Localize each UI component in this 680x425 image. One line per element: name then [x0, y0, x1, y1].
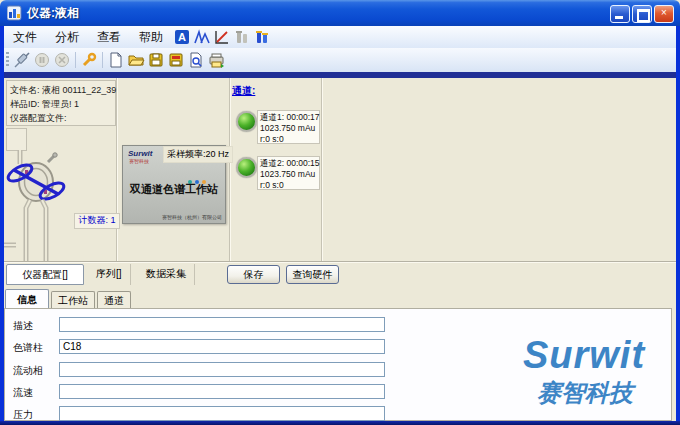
- device-brand-logo: Surwit: [128, 150, 152, 158]
- column-divider: [321, 78, 322, 261]
- sample-rate-label: 采样频率:20 Hz: [163, 146, 233, 163]
- status-area: 文件名: 液相 00111_22_39 样品ID: 管理员! 1 仪器配置文件:: [4, 78, 676, 308]
- channel-1-status: r:0 s:0: [260, 134, 319, 145]
- open-folder-icon[interactable]: [127, 52, 145, 69]
- app-window: 仪器:液相 × 文件 分析 查看 帮助 A: [0, 0, 680, 425]
- surwit-logo-cn: 赛智科技: [515, 379, 655, 407]
- tab-data-acquisition[interactable]: 数据采集: [138, 264, 195, 285]
- autoscale-icon[interactable]: A: [173, 29, 191, 46]
- window-border-bottom: [0, 421, 680, 425]
- tab-channel[interactable]: 通道: [97, 291, 131, 309]
- channels-header[interactable]: 通道:: [232, 84, 255, 98]
- channel-2-signal: 1023.750 mAu: [260, 169, 319, 180]
- surwit-logo: Surwit: [499, 335, 669, 375]
- channel-2-time: 通道2: 00:00:15: [260, 158, 319, 169]
- save-button[interactable]: 保存: [227, 265, 280, 284]
- tab-info[interactable]: 信息: [5, 289, 49, 309]
- section-divider: [4, 261, 676, 262]
- channel-2-status: r:0 s:0: [260, 180, 319, 191]
- pressure-label: 压力: [13, 408, 33, 422]
- main-toolbar: [4, 48, 676, 73]
- mobile-phase-label: 流动相: [13, 364, 43, 378]
- calibration-curve-icon[interactable]: [213, 29, 231, 46]
- tab-instrument-config[interactable]: 仪器配置[]: [6, 264, 84, 285]
- mobile-phase-input[interactable]: [59, 362, 385, 377]
- peaks-icon[interactable]: [193, 29, 211, 46]
- device-brand-cn: 赛智科技: [129, 159, 149, 164]
- description-input[interactable]: [59, 317, 385, 332]
- window-border-right: [676, 26, 680, 421]
- close-button[interactable]: ×: [654, 5, 674, 23]
- menu-item-analysis[interactable]: 分析: [46, 27, 88, 48]
- pause-disabled-icon: [33, 52, 51, 69]
- channel-1-info: 通道1: 00:00:17 1023.750 mAu r:0 s:0: [257, 110, 320, 144]
- flow-rate-input[interactable]: [59, 384, 385, 399]
- channel-1-led-icon: [236, 111, 257, 132]
- description-label: 描述: [13, 319, 33, 333]
- toolbar-separator: [102, 52, 103, 68]
- channel-1-time: 通道1: 00:00:17: [260, 112, 319, 123]
- print-preview-icon[interactable]: [187, 52, 205, 69]
- save-icon[interactable]: [147, 52, 165, 69]
- column-divider: [229, 78, 230, 261]
- flow-path-schematic: [4, 78, 116, 261]
- column-icon[interactable]: [253, 29, 271, 46]
- column-disabled-icon: [233, 29, 251, 46]
- column-label: 色谱柱: [13, 341, 43, 355]
- info-form-panel: 描述 色谱柱 流动相 流速 压力 Surwit 赛智科技: [4, 308, 672, 421]
- title-bar: 仪器:液相 ×: [0, 0, 680, 26]
- flow-rate-label: 流速: [13, 386, 33, 400]
- window-title: 仪器:液相: [27, 5, 79, 22]
- channel-2-led-icon: [236, 157, 257, 178]
- new-file-icon[interactable]: [107, 52, 125, 69]
- pressure-input[interactable]: [59, 406, 385, 421]
- print-icon[interactable]: [207, 52, 225, 69]
- query-hardware-button[interactable]: 查询硬件: [286, 265, 339, 284]
- minimize-button[interactable]: [610, 5, 630, 23]
- menu-item-file[interactable]: 文件: [4, 27, 46, 48]
- save-all-icon[interactable]: [167, 52, 185, 69]
- toolbar-separator: [75, 52, 76, 68]
- column-input[interactable]: [59, 339, 385, 354]
- tab-workstation[interactable]: 工作站: [51, 291, 95, 309]
- tab-sequence[interactable]: 序列[]: [88, 264, 131, 285]
- window-border-left: [0, 26, 4, 421]
- inject-icon[interactable]: [13, 52, 31, 69]
- toolbar-grip: [6, 52, 9, 68]
- column-divider: [116, 78, 117, 261]
- menu-item-help[interactable]: 帮助: [130, 27, 172, 48]
- app-icon: [7, 5, 23, 21]
- stop-disabled-icon: [53, 52, 71, 69]
- channel-1-signal: 1023.750 mAu: [260, 123, 319, 134]
- channel-2-info: 通道2: 00:00:15 1023.750 mAu r:0 s:0: [257, 156, 320, 190]
- device-title: 双通道色谱工作站: [123, 182, 225, 197]
- menu-item-view[interactable]: 查看: [88, 27, 130, 48]
- counter-label: 计数器: 1: [74, 213, 120, 229]
- svg-text:A: A: [178, 31, 186, 43]
- maximize-button[interactable]: [632, 5, 652, 23]
- device-company: 赛智科技（杭州）有限公司: [162, 214, 222, 220]
- menu-bar: 文件 分析 查看 帮助 A: [4, 26, 676, 48]
- wrench-icon[interactable]: [80, 52, 98, 69]
